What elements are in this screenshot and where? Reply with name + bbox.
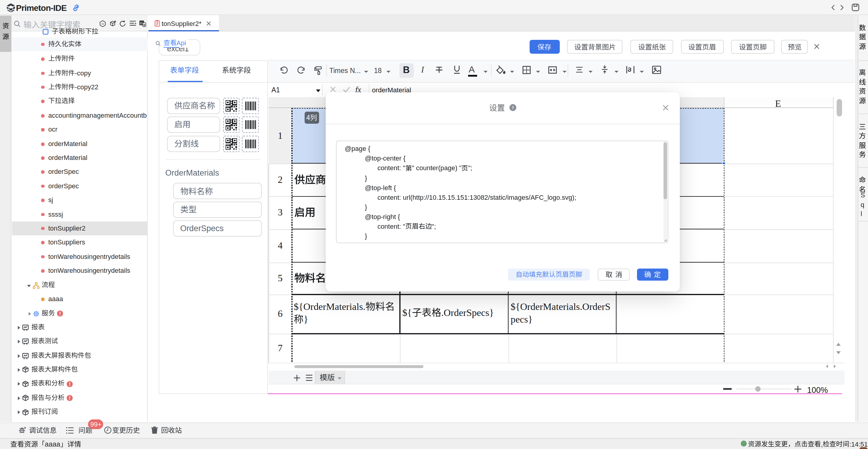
- svg-text:AI: AI: [101, 22, 104, 25]
- svg-text:?: ?: [512, 105, 514, 110]
